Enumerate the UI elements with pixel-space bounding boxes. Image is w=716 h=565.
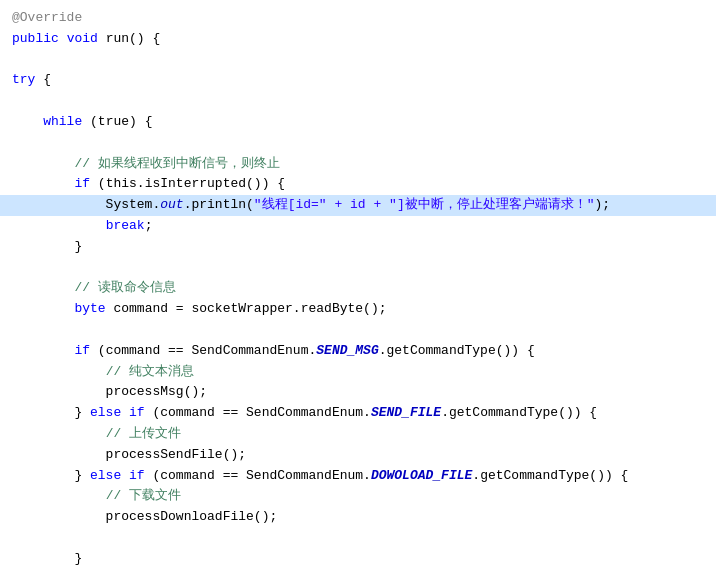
code-line: } <box>0 549 716 565</box>
code-line: if (command == SendCommandEnum.SEND_MSG.… <box>0 341 716 362</box>
code-line <box>0 528 716 549</box>
code-line: // 如果线程收到中断信号，则终止 <box>0 154 716 175</box>
code-line: break; <box>0 216 716 237</box>
code-line: processDownloadFile(); <box>0 507 716 528</box>
code-line: // 上传文件 <box>0 424 716 445</box>
code-line <box>0 50 716 71</box>
code-line: } <box>0 237 716 258</box>
code-editor: @Overridepublic void run() { try { while… <box>0 0 716 565</box>
code-line: byte command = socketWrapper.readByte(); <box>0 299 716 320</box>
code-line: // 下载文件 <box>0 486 716 507</box>
code-line: processSendFile(); <box>0 445 716 466</box>
code-line: } else if (command == SendCommandEnum.SE… <box>0 403 716 424</box>
code-line: while (true) { <box>0 112 716 133</box>
code-line: @Override <box>0 8 716 29</box>
code-line: processMsg(); <box>0 382 716 403</box>
code-line <box>0 320 716 341</box>
code-line: try { <box>0 70 716 91</box>
code-line <box>0 91 716 112</box>
code-line <box>0 258 716 279</box>
code-line: // 纯文本消息 <box>0 362 716 383</box>
code-line: public void run() { <box>0 29 716 50</box>
code-line: if (this.isInterrupted()) { <box>0 174 716 195</box>
code-line: } else if (command == SendCommandEnum.DO… <box>0 466 716 487</box>
code-line: // 读取命令信息 <box>0 278 716 299</box>
code-line: System.out.println("线程[id=" + id + "]被中断… <box>0 195 716 216</box>
code-line <box>0 133 716 154</box>
